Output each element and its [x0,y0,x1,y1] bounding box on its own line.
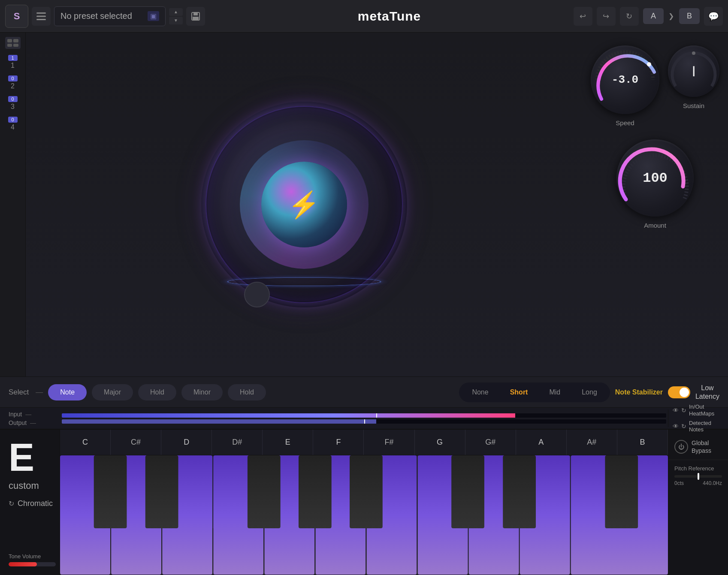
channel-4-number: 4 [11,123,15,131]
speed-knob[interactable]: -3.0 [591,45,659,114]
piano-key-Fs2[interactable] [605,455,638,528]
tone-slider-track[interactable] [9,562,56,566]
long-button[interactable]: Long [572,385,607,400]
note-label-B: B [617,430,668,455]
key-info-panel: E custom ↻ Chromatic Tone Volume [0,430,60,575]
b-button[interactable]: B [679,8,700,24]
save-button[interactable] [186,7,205,26]
channel-3[interactable]: 0 3 [8,96,18,111]
logo-text: S [14,11,20,22]
tone-slider-fill [9,562,37,566]
channel-1[interactable]: 1 1 [8,55,18,69]
eye-icon-2: 👁 [673,423,679,430]
piano-key-Fs[interactable] [248,455,281,528]
detected-notes-label: DetectedNotes [689,420,711,433]
preset-selector[interactable]: No preset selected ▣ [54,6,166,26]
top-right-controls: ↩ ↪ ↻ A ❯ B 💬 [574,7,723,26]
input-meter-fill [62,413,515,418]
major-button[interactable]: Major [92,384,133,400]
bottom-section: Select — Note Major Hold Minor Hold None… [0,376,728,575]
speed-label: Speed [616,119,634,126]
amount-label: Amount [644,222,666,229]
none-button[interactable]: None [462,385,498,400]
output-meter-bar [62,419,666,424]
piano-key-Cs2[interactable] [451,455,484,528]
channel-strip: 1 1 0 2 0 3 0 4 [0,33,26,376]
amount-knob[interactable]: 100 [616,139,694,217]
redo-button[interactable]: ↪ [597,7,616,26]
note-stabilizer-toggle[interactable] [668,386,690,398]
in-out-heatmaps-item[interactable]: 👁 ↻ In/OutHeatMaps [673,403,724,418]
output-dash: — [30,419,36,426]
piano-section: E custom ↻ Chromatic Tone Volume C [0,429,728,575]
a-button[interactable]: A [643,8,664,24]
piano-key-Ds2[interactable] [503,455,536,528]
minor-button[interactable]: Minor [181,384,223,400]
note-label-D: D [161,430,212,455]
ab-section: A ❯ B [643,7,700,26]
speed-value: -3.0 [612,73,638,86]
piano-key-Cs[interactable] [94,455,127,528]
detected-notes-item[interactable]: 👁 ↻ DetectedNotes [673,419,724,434]
note-button[interactable]: Note [48,384,87,400]
input-meter-cursor [376,413,377,418]
top-bar: S No preset selected ▣ ▲ ▼ metaTune ↩ ↪ … [0,0,728,33]
short-button[interactable]: Short [501,385,538,400]
channel-2-number: 2 [11,82,15,90]
channel-2[interactable]: 0 2 [8,75,18,90]
hold1-button[interactable]: Hold [138,384,176,400]
toggle-thumb [680,388,689,397]
output-meter-fill [62,419,376,424]
svg-point-7 [692,51,695,55]
global-bypass-item[interactable]: ⏻ GlobalBypass [668,434,728,460]
note-label-Fs: F# [364,430,414,455]
orb-lightning-icon: ⚡ [288,190,320,220]
viz-section: 1 1 0 2 0 3 0 4 [0,33,728,376]
pitch-slider-thumb [698,473,699,480]
svg-rect-5 [193,17,199,20]
select-dash: — [36,388,43,397]
menu-button[interactable] [32,7,51,26]
key-root-note: E [9,438,51,477]
hold2-button[interactable]: Hold [228,384,266,400]
channel-4[interactable]: 0 4 [8,117,18,131]
pitch-slider-track[interactable] [674,475,722,478]
svg-point-6 [647,62,651,66]
piano-key-Gs[interactable] [299,455,332,528]
ab-arrow-right: ❯ [665,7,677,26]
undo-button[interactable]: ↩ [574,7,592,26]
message-button[interactable]: 💬 [704,7,723,26]
refresh-button[interactable]: ↻ [620,7,639,26]
channel-4-badge: 0 [8,117,18,123]
grid-cell-3 [7,44,12,47]
note-label-F: F [313,430,364,455]
sustain-value: ┃ [691,66,696,77]
main-layout: 1 1 0 2 0 3 0 4 [0,33,728,575]
preset-up-arrow[interactable]: ▲ [169,8,183,16]
sustain-knob-wrapper: ┃ Sustain [668,45,719,109]
select-label: Select [9,388,29,397]
piano-key-Ds[interactable] [145,455,178,528]
app-title-bold: Tune [390,9,421,23]
key-scale: ↻ Chromatic [9,499,51,508]
piano-key-As[interactable] [350,455,383,528]
svg-rect-4 [193,12,198,15]
note-stabilizer-label: Note Stabilizer [615,388,663,396]
scale-name: Chromatic [18,499,53,508]
channel-3-badge: 0 [8,96,18,102]
piano-note-labels: C C# D D# E F F# G G# A A# B [60,430,668,455]
input-meter-bar [62,413,666,418]
input-dash: — [25,411,31,418]
mid-button[interactable]: Mid [540,385,570,400]
preset-down-arrow[interactable]: ▼ [169,17,183,24]
scale-refresh-icon[interactable]: ↻ [9,500,14,508]
logo-button[interactable]: S [5,5,28,28]
svg-rect-0 [36,12,46,14]
sustain-knob[interactable]: ┃ [668,45,719,97]
channel-3-number: 3 [11,103,15,111]
amount-value-group: 100 [643,170,668,186]
right-controls: -3.0 Speed ┃ Sustain [582,33,728,376]
pitch-hz-value: 440.0Hz [703,480,722,486]
low-latency-label: LowLatency [695,384,719,400]
channel-2-badge: 0 [8,75,18,81]
